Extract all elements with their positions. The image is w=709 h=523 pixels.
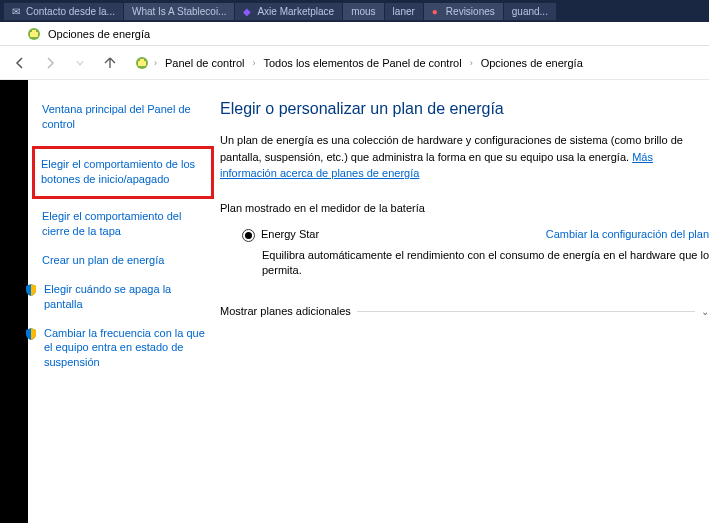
show-additional-plans[interactable]: Mostrar planes adicionales ⌄	[220, 305, 709, 317]
browser-tab[interactable]: guand...	[504, 3, 556, 20]
description-text: Un plan de energía es una colección de h…	[220, 134, 683, 163]
chevron-right-icon: ›	[154, 58, 157, 68]
sidebar-item-sleep-frequency[interactable]: Cambiar la frecuencia con la que el equi…	[24, 326, 206, 371]
breadcrumb-item[interactable]: Opciones de energía	[477, 55, 587, 71]
mail-icon: ✉	[12, 6, 22, 16]
expander-label: Mostrar planes adicionales	[220, 305, 351, 317]
breadcrumb-item[interactable]: Panel de control	[161, 55, 249, 71]
plan-radio[interactable]	[242, 229, 255, 242]
browser-tab[interactable]: ✉Contacto desde la...	[4, 3, 123, 20]
section-label: Plan mostrado en el medidor de la baterí…	[220, 202, 709, 214]
browser-tab[interactable]: laner	[385, 3, 423, 20]
sidebar-item-display-off[interactable]: Elegir cuándo se apaga la pantalla	[24, 282, 206, 312]
browser-tab[interactable]: ●Revisiones	[424, 3, 503, 20]
browser-tab[interactable]: mous	[343, 3, 383, 20]
power-options-icon	[134, 55, 150, 71]
plan-name: Energy Star	[261, 228, 319, 240]
up-button[interactable]	[98, 51, 122, 75]
breadcrumb-item[interactable]: Todos los elementos de Panel de control	[260, 55, 466, 71]
sidebar-item-lid-close[interactable]: Elegir el comportamiento del cierre de l…	[42, 209, 206, 239]
shield-icon	[24, 283, 38, 297]
browser-tabs: ✉Contacto desde la... What Is A Stableco…	[0, 0, 709, 22]
divider	[357, 311, 695, 312]
main-content: Elegir o personalizar un plan de energía…	[220, 80, 709, 523]
chevron-right-icon: ›	[470, 58, 473, 68]
chevron-down-icon: ⌄	[701, 306, 709, 317]
sidebar-item-create-plan[interactable]: Crear un plan de energía	[42, 253, 206, 268]
page-heading: Elegir o personalizar un plan de energía	[220, 100, 709, 118]
window-titlebar: Opciones de energía	[0, 22, 709, 46]
app-icon: ●	[432, 6, 442, 16]
shield-icon	[24, 327, 38, 341]
sidebar-item-control-panel-home[interactable]: Ventana principal del Panel de control	[42, 102, 206, 132]
window-title: Opciones de energía	[48, 28, 150, 40]
svg-rect-5	[140, 59, 144, 61]
back-button[interactable]	[8, 51, 32, 75]
power-options-icon	[26, 26, 42, 42]
power-plan-row: Energy Star Cambiar la configuración del…	[220, 228, 709, 242]
svg-rect-1	[30, 32, 38, 37]
sidebar: Ventana principal del Panel de control E…	[28, 80, 220, 523]
change-plan-settings-link[interactable]: Cambiar la configuración del plan	[546, 228, 709, 240]
browser-tab[interactable]: What Is A Stablecoi...	[124, 3, 235, 20]
navigation-bar: › Panel de control › Todos los elementos…	[0, 46, 709, 80]
content-area: Ventana principal del Panel de control E…	[0, 80, 709, 523]
svg-rect-2	[32, 30, 36, 32]
forward-button	[38, 51, 62, 75]
sidebar-item-power-buttons[interactable]: Elegir el comportamiento de los botones …	[32, 146, 214, 200]
svg-rect-4	[138, 61, 146, 66]
plan-description: Equilibra automáticamente el rendimiento…	[220, 248, 709, 280]
sidebar-item-label: Elegir cuándo se apaga la pantalla	[44, 282, 206, 312]
recent-dropdown[interactable]	[68, 51, 92, 75]
app-icon: ◆	[243, 6, 253, 16]
page-description: Un plan de energía es una colección de h…	[220, 132, 709, 182]
chevron-right-icon: ›	[253, 58, 256, 68]
browser-tab[interactable]: ◆Axie Marketplace	[235, 3, 342, 20]
breadcrumb: › Panel de control › Todos los elementos…	[134, 55, 587, 71]
sidebar-item-label: Cambiar la frecuencia con la que el equi…	[44, 326, 206, 371]
